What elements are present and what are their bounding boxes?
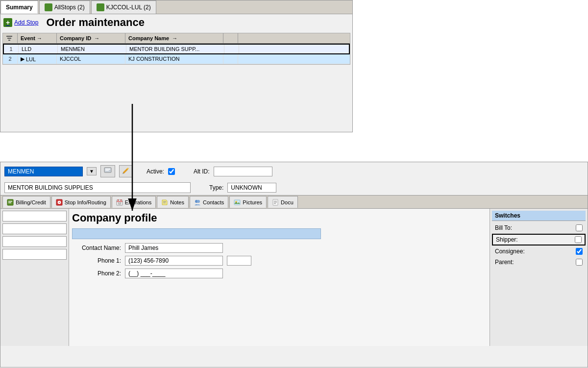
svg-text:12: 12 — [118, 202, 121, 205]
header-filter-icon — [3, 33, 18, 43]
alt-id-label: Alt ID: — [194, 168, 210, 175]
sub-tab-pictures[interactable]: Pictures — [229, 196, 267, 208]
switch-parent: Parent: — [492, 257, 586, 267]
svg-point-11 — [59, 202, 60, 203]
company-id-dropdown[interactable]: ▼ — [87, 167, 97, 175]
left-field-3[interactable] — [2, 236, 67, 247]
switch-parent-label: Parent: — [495, 259, 514, 266]
svg-rect-26 — [274, 203, 276, 204]
allstops-icon — [45, 3, 52, 11]
lookup-icon-button[interactable] — [100, 165, 115, 177]
content-area: Company profile Contact Name: Phone 1: P… — [0, 209, 588, 346]
blue-bar — [72, 228, 321, 239]
cell-event-2: ▶LUL — [18, 54, 57, 64]
sub-tab-stopinfo-label: Stop Info/Routing — [65, 199, 106, 205]
svg-rect-24 — [274, 201, 277, 201]
tab-allstops[interactable]: AllStops (2) — [39, 0, 90, 14]
field-row-phone2: Phone 2: — [72, 269, 487, 278]
company-profile-header: ▼ Active: Alt ID: — [0, 162, 588, 180]
phone2-label: Phone 2: — [72, 270, 121, 277]
tab-summary-label: Summary — [6, 4, 33, 11]
svg-rect-17 — [163, 201, 166, 202]
header-extra — [223, 33, 238, 43]
svg-rect-21 — [234, 200, 240, 205]
switch-consignee-checkbox[interactable] — [576, 248, 583, 255]
edit-icon-button[interactable] — [119, 165, 133, 177]
left-field-4[interactable] — [2, 249, 67, 260]
phone1-input[interactable] — [125, 256, 223, 266]
sub-tab-contacts-label: Contacts — [203, 199, 224, 205]
row-num-1: 1 — [4, 45, 19, 53]
toolbar-row: + Add Stop Order maintenance — [0, 14, 352, 31]
grid-row-1[interactable]: 1 LLD MENMEN MENTOR BUILDING SUPP... — [3, 44, 350, 54]
add-icon: + — [3, 18, 12, 27]
grid-header: Event → Company ID → Company Name → — [3, 33, 350, 44]
cell-company-id-1: MENMEN — [58, 45, 126, 53]
tab-bar: Summary AllStops (2) KJCCOL-LUL (2) — [0, 0, 352, 14]
left-field-1[interactable] — [2, 211, 67, 221]
switch-shipper-checkbox[interactable] — [575, 236, 582, 243]
left-field-2[interactable] — [2, 223, 67, 234]
switches-header: Switches — [492, 211, 586, 221]
svg-rect-8 — [8, 202, 11, 203]
header-event: Event → — [18, 33, 57, 43]
row2-play-icon: ▶ — [21, 56, 24, 62]
svg-point-20 — [197, 200, 200, 203]
cell-extra-1 — [224, 45, 239, 53]
svg-rect-5 — [105, 170, 109, 171]
sub-tab-billing-label: Billing/Credit — [16, 199, 46, 205]
switch-bill-to-checkbox[interactable] — [576, 224, 583, 231]
svg-rect-14 — [121, 199, 122, 201]
tab-kjccol[interactable]: KJCCOL-LUL (2) — [91, 0, 156, 14]
svg-rect-7 — [8, 201, 12, 202]
order-maintenance-title: Order maintenance — [46, 16, 145, 29]
switch-bill-to-label: Bill To: — [495, 224, 512, 231]
cell-event-1: LLD — [19, 45, 58, 53]
sub-tab-stopinfo[interactable]: Stop Info/Routing — [51, 196, 111, 208]
cell-extra-2 — [223, 54, 238, 64]
company-name-input[interactable] — [4, 182, 191, 193]
header-company-id: Company ID → — [57, 33, 125, 43]
alt-id-input[interactable] — [214, 167, 272, 176]
tab-summary[interactable]: Summary — [0, 0, 38, 14]
svg-rect-4 — [105, 169, 110, 170]
field-row-contact: Contact Name: — [72, 243, 487, 253]
switch-bill-to: Bill To: — [492, 223, 586, 233]
company-id-input[interactable] — [4, 167, 83, 176]
cell-company-id-2: KJCCOL — [57, 54, 125, 64]
svg-rect-13 — [118, 199, 119, 201]
order-grid: Event → Company ID → Company Name → 1 LL… — [2, 33, 350, 65]
sub-tab-billing[interactable]: Billing/Credit — [2, 196, 50, 208]
grid-row-2[interactable]: 2 ▶LUL KJCCOL KJ CONSTRUCTION — [3, 54, 350, 64]
switch-shipper-label: Shipper: — [496, 236, 518, 243]
cell-company-name-1: MENTOR BUILDING SUPP... — [126, 45, 224, 53]
active-checkbox[interactable] — [168, 168, 175, 175]
active-label: Active: — [147, 168, 164, 175]
right-panel: Switches Bill To: Shipper: Consignee: Pa… — [490, 209, 588, 346]
sub-tab-notes[interactable]: Notes — [157, 196, 189, 208]
svg-rect-25 — [274, 202, 277, 202]
kjccol-icon — [97, 3, 104, 11]
phone1-label: Phone 1: — [72, 257, 121, 264]
order-maintenance-panel: Summary AllStops (2) KJCCOL-LUL (2) + Ad… — [0, 0, 353, 132]
add-stop-button[interactable]: + Add Stop — [3, 18, 38, 27]
type-label: Type: — [209, 184, 223, 191]
sub-tab-expirations[interactable]: 12 Expirations — [112, 196, 156, 208]
main-panel: Company profile Contact Name: Phone 1: P… — [69, 209, 490, 346]
sub-tab-docu[interactable]: Docu — [268, 196, 298, 208]
sub-tab-expirations-label: Expirations — [125, 199, 151, 205]
switch-consignee-label: Consignee: — [495, 248, 525, 255]
sub-tab-bar: Billing/Credit Stop Info/Routing 12 Expi… — [0, 195, 588, 209]
tab-kjccol-label: KJCCOL-LUL (2) — [106, 4, 151, 11]
switch-parent-checkbox[interactable] — [576, 259, 583, 266]
contact-name-input[interactable] — [125, 243, 223, 253]
phone1-extra-input[interactable] — [227, 256, 251, 266]
sub-tab-docu-label: Docu — [281, 199, 294, 205]
svg-rect-18 — [163, 202, 166, 203]
left-panel — [0, 209, 69, 346]
phone2-input[interactable] — [125, 269, 223, 278]
company-profile-panel: ▼ Active: Alt ID: Type: Billing/Credit S… — [0, 162, 588, 368]
type-input[interactable] — [227, 183, 276, 193]
sub-tab-contacts[interactable]: Contacts — [190, 196, 228, 208]
switch-shipper: Shipper: — [492, 234, 586, 245]
